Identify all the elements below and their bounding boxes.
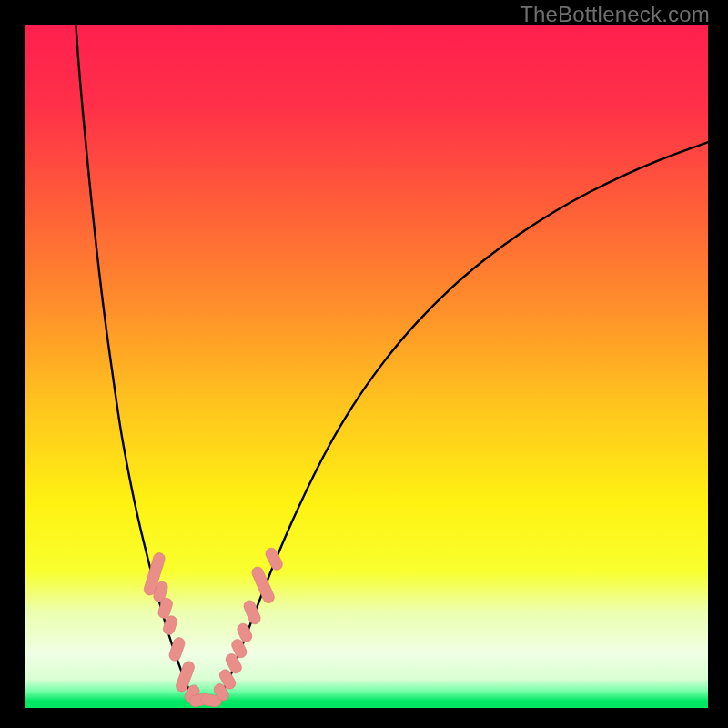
outer-black-frame: TheBottleneck.com: [0, 0, 728, 728]
marker-group: [143, 546, 285, 708]
watermark-label: TheBottleneck.com: [520, 2, 710, 27]
data-marker: [264, 546, 285, 571]
chart-svg: [25, 25, 708, 708]
plot-area: [25, 25, 708, 708]
